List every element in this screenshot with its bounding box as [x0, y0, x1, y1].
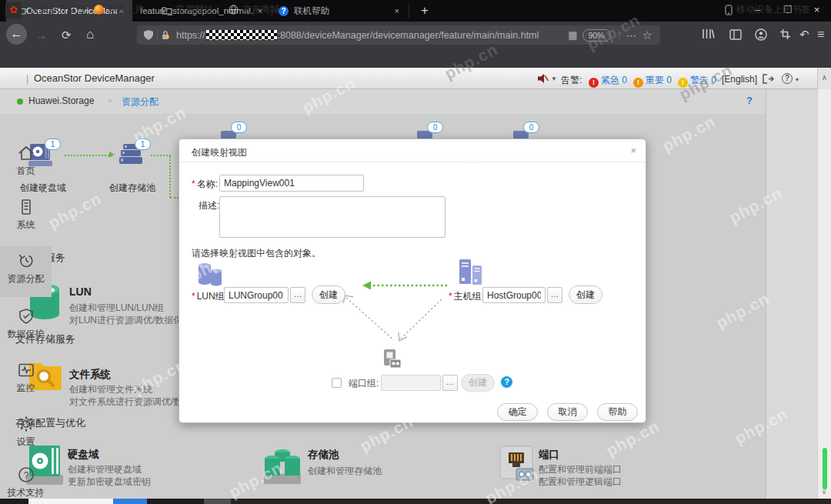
home-button[interactable]: ⌂	[86, 27, 94, 42]
page-help-icon[interactable]: ?	[746, 95, 753, 106]
bookmark-star-icon[interactable]: ☆	[641, 28, 654, 42]
lun-group-create-button[interactable]: 创建	[312, 285, 345, 304]
selection-prompt: 请选择映射视图中包含的对象。	[192, 247, 321, 260]
lun-title[interactable]: LUN	[69, 285, 92, 298]
hscrollbar-thumb[interactable]	[113, 499, 147, 504]
mute-speaker-icon[interactable]	[536, 72, 549, 85]
sidebar-item-system[interactable]: 系统	[0, 192, 52, 232]
cancel-button[interactable]: 取消	[547, 403, 588, 421]
new-tab-button[interactable]: +	[414, 0, 436, 22]
nav-sidebar	[766, 89, 817, 499]
sidebar-label: 资源分配	[8, 273, 45, 284]
url-bar[interactable]: ▲ https:// :8088/deviceManager/deviceman…	[137, 25, 660, 45]
lun-group-more-button[interactable]: …	[290, 287, 305, 303]
sidebar-toggle-icon[interactable]	[729, 29, 742, 40]
language-switch[interactable]: [English]	[722, 74, 757, 85]
lock-warning-icon[interactable]: ▲	[161, 29, 172, 41]
speaker-dropdown-icon[interactable]: ▼	[551, 75, 557, 82]
sidebar-item-allocation[interactable]: 资源分配	[0, 246, 52, 297]
sidebar-item-home[interactable]: 首页	[0, 139, 52, 178]
lun-group-icon	[198, 261, 222, 287]
port-group-create-button: 创建	[461, 374, 495, 392]
storage-pool-title[interactable]: 存储池	[308, 448, 339, 462]
port-group-checkbox[interactable]	[332, 378, 342, 388]
page-scrollbar-track[interactable]	[817, 89, 831, 499]
bookmarks-mobile[interactable]: 移动设备上的书签	[725, 3, 810, 16]
lun-group-input[interactable]	[224, 287, 289, 303]
disk-domain-title[interactable]: 硬盘域	[68, 448, 99, 462]
url-redacted-host	[206, 30, 277, 40]
bookmark-label: 火狐官方站点	[30, 3, 85, 16]
bottom-bar-segment	[204, 499, 233, 504]
bookmark-jd[interactable]: 京东商城	[229, 3, 279, 16]
tab-separator	[409, 4, 409, 18]
back-button[interactable]: ←	[6, 24, 27, 45]
bookmark-common-sites[interactable]: 常用网址	[162, 3, 213, 16]
alarm-critical[interactable]: !紧急 0	[589, 74, 627, 88]
screenshot-crop-icon[interactable]	[779, 28, 791, 40]
header-help-icon[interactable]: ?	[782, 73, 793, 84]
ok-button[interactable]: 确定	[497, 403, 538, 421]
port-group-help-icon[interactable]: ?	[501, 376, 512, 388]
filesystem-title[interactable]: 文件系统	[69, 368, 111, 382]
account-icon[interactable]	[755, 28, 767, 41]
flow-connector	[151, 155, 171, 156]
sidebar-item-data-protection[interactable]: 数据保护	[0, 302, 52, 341]
required-marker: *	[192, 179, 195, 189]
host-group-input[interactable]	[482, 287, 546, 303]
bookmark-getting-started[interactable]: 新手上路	[94, 3, 145, 16]
major-alarm-icon: !	[633, 78, 643, 88]
page-actions-icon[interactable]: ⋯	[622, 29, 641, 42]
menu-icon[interactable]: ≡	[817, 28, 824, 42]
scroll-down-icon[interactable]: ∨	[819, 488, 829, 498]
gear-icon	[16, 414, 36, 434]
help-button[interactable]: 帮助	[597, 403, 638, 421]
logout-icon[interactable]	[762, 73, 774, 85]
name-input[interactable]	[219, 175, 364, 192]
dialog-close-icon[interactable]: ×	[630, 145, 636, 156]
shield-check-icon	[16, 306, 36, 326]
alarm-major[interactable]: !重要 0	[633, 74, 672, 88]
question-circle-icon: ?	[16, 465, 36, 485]
shield-icon[interactable]	[143, 29, 154, 41]
host-group-more-button[interactable]: …	[547, 287, 562, 303]
breadcrumb-device[interactable]: Huawei.Storage	[28, 95, 94, 106]
bookmark-label: 京东商城	[242, 3, 279, 16]
host-group-create-button[interactable]: 创建	[569, 285, 602, 304]
tab-close-icon[interactable]: ×	[392, 6, 402, 15]
step-label[interactable]: 创建存储池	[109, 182, 155, 195]
bookmark-label: 移动设备上的书签	[736, 3, 810, 16]
flow-connector	[169, 156, 171, 198]
mapping-arrows	[333, 279, 464, 352]
storage-pool-icon[interactable]	[262, 446, 303, 485]
zoom-level-badge[interactable]: 90%	[582, 29, 611, 42]
forward-button[interactable]: →	[35, 28, 47, 42]
breadcrumb-page[interactable]: 资源分配	[122, 95, 159, 108]
page-scrollbar-thumb[interactable]	[823, 448, 827, 489]
collapse-header-button[interactable]: ∧	[817, 68, 831, 89]
tab-online-help[interactable]: ? 联机帮助 ×	[272, 0, 408, 22]
bookmark-firefox-official[interactable]: 火狐官方站点	[15, 3, 85, 16]
hscrollbar-track[interactable]	[28, 499, 113, 504]
port-group-input	[381, 375, 441, 391]
critical-alarm-icon: !	[589, 78, 599, 88]
sidebar-item-settings[interactable]: 设置	[0, 409, 52, 449]
header-more-icon[interactable]: ▾	[796, 76, 799, 83]
library-icon[interactable]	[702, 28, 715, 40]
firefox-icon	[94, 5, 104, 15]
port-group-more-button[interactable]: …	[442, 375, 458, 391]
warning-alarm-icon: !	[678, 78, 688, 88]
reload-button[interactable]: ⟳	[62, 28, 72, 42]
app-title: OceanStor DeviceManager	[34, 72, 155, 84]
port-title[interactable]: 端口	[539, 448, 559, 462]
lun-desc: 对LUN进行资源调优/数据保护	[69, 314, 192, 327]
sidebar-item-monitor[interactable]: 监控	[0, 355, 52, 395]
alarm-warning[interactable]: !警告 0	[678, 74, 716, 88]
step-badge: 0	[427, 122, 443, 133]
description-textarea[interactable]	[219, 196, 446, 238]
sidebar-item-support[interactable]: ? 技术支持	[0, 460, 52, 499]
qr-code-icon[interactable]: ▦	[568, 29, 577, 41]
undo-icon[interactable]: ↶	[799, 28, 809, 42]
port-icon[interactable]	[499, 445, 536, 483]
disk-domain-desc: 更新加密硬盘域密钥	[68, 476, 151, 489]
